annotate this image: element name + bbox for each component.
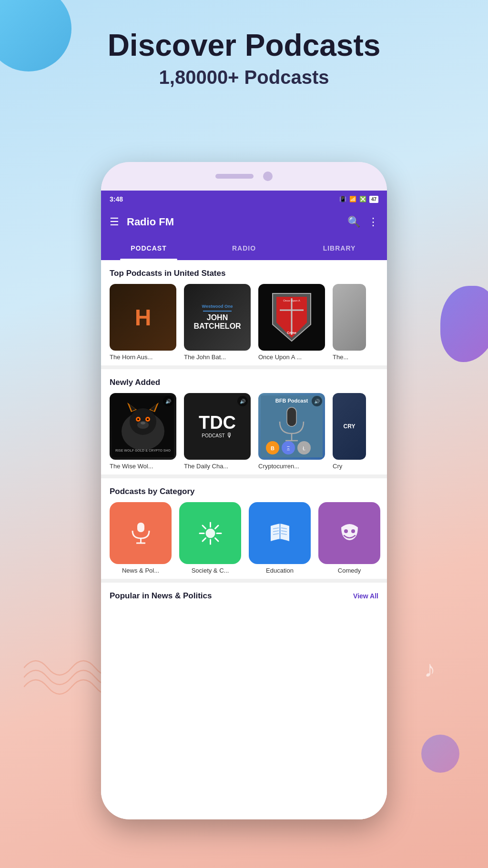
list-item[interactable]: TDC PODCAST 🎙 🔊 The Daily Cha...	[184, 393, 251, 470]
svg-rect-21	[287, 407, 296, 426]
main-content[interactable]: Top Podcasts in United States H The Horn…	[101, 260, 387, 819]
hero-section: Discover Podcasts 1,80000+ Podcasts	[0, 29, 488, 88]
list-item[interactable]: Education	[249, 502, 311, 574]
tab-library[interactable]: LIBRARY	[292, 236, 387, 260]
svg-point-51	[351, 529, 355, 533]
hero-subtitle: 1,80000+ Podcasts	[0, 67, 488, 88]
svg-line-40	[215, 538, 218, 541]
tab-bar: PODCAST RADIO LIBRARY	[101, 236, 387, 260]
podcast-thumb-john: Westwood One JOHNBATCHELOR	[184, 284, 251, 351]
podcast-thumb-cry: CRY	[333, 393, 366, 460]
audio-badge: 🔊	[237, 396, 248, 406]
signal-icon: ❎	[359, 196, 366, 202]
podcast-thumb-partial	[333, 284, 366, 351]
status-time: 3:48	[110, 195, 123, 203]
svg-text:Ξ: Ξ	[287, 446, 290, 451]
category-label: Education	[249, 567, 311, 574]
podcast-thumb-tdc: TDC PODCAST 🎙 🔊	[184, 393, 251, 460]
search-icon[interactable]: 🔍	[347, 216, 360, 228]
podcast-title: The Horn Aus...	[110, 353, 176, 361]
vibrate-icon: 📳	[339, 196, 346, 202]
audio-badge: 🔊	[163, 396, 173, 406]
list-item[interactable]: BFB Podcast B Ξ Ł 🔊 Cryptocurren...	[258, 393, 325, 470]
popular-title: Popular in News & Politics	[110, 591, 212, 601]
battery-indicator: 47	[369, 196, 378, 203]
podcast-thumb-wolf: RISE WOLF GOLD & CRYPTO SHO 🔊	[110, 393, 176, 460]
more-options-icon[interactable]: ⋮	[368, 216, 378, 228]
podcast-title: The Daily Cha...	[184, 463, 251, 470]
audio-badge: 🔊	[312, 396, 322, 406]
category-label: Society & C...	[179, 567, 241, 574]
svg-rect-31	[137, 523, 144, 532]
podcast-thumb-horn: H	[110, 284, 176, 351]
phone-frame: 3:48 📳 📶 ❎ 47 ☰ Radio FM 🔍 ⋮ PODCAST RAD…	[101, 162, 387, 819]
category-icon-news	[110, 502, 172, 564]
menu-icon[interactable]: ☰	[110, 216, 119, 228]
divider	[101, 365, 387, 369]
category-header: Podcasts by Category	[101, 478, 387, 502]
top-podcasts-header: Top Podcasts in United States	[101, 260, 387, 284]
svg-point-50	[344, 529, 348, 533]
list-item[interactable]: The...	[333, 284, 366, 361]
podcast-title: The Wise Wol...	[110, 463, 176, 470]
category-icon-comedy	[318, 502, 380, 564]
decorative-blob-bottom-right	[421, 735, 459, 773]
svg-text:BFB Podcast: BFB Podcast	[275, 398, 308, 404]
divider-2	[101, 474, 387, 478]
status-bar: 3:48 📳 📶 ❎ 47	[101, 191, 387, 208]
hero-title: Discover Podcasts	[0, 29, 488, 62]
podcast-title: Once Upon A ...	[258, 353, 325, 361]
podcast-title: The...	[333, 353, 366, 361]
category-icon-education	[249, 502, 311, 564]
category-label: News & Pol...	[110, 567, 172, 574]
podcast-title: Cryptocurren...	[258, 463, 325, 470]
list-item[interactable]: Westwood One JOHNBATCHELOR The John Bat.…	[184, 284, 251, 361]
category-icon-society	[179, 502, 241, 564]
newly-added-list: RISE WOLF GOLD & CRYPTO SHO 🔊 The Wise W…	[101, 393, 387, 474]
list-item[interactable]: RISE WOLF GOLD & CRYPTO SHO 🔊 The Wise W…	[110, 393, 176, 470]
shield-container: Crime Once Upon A	[258, 284, 325, 351]
svg-line-41	[215, 525, 218, 529]
top-podcasts-list: H The Horn Aus... Westwood One JOHNBATCH…	[101, 284, 387, 365]
tab-podcast[interactable]: PODCAST	[101, 236, 196, 260]
horn-logo: H	[135, 304, 152, 331]
tab-radio[interactable]: RADIO	[196, 236, 292, 260]
podcast-thumb-bfb: BFB Podcast B Ξ Ł 🔊	[258, 393, 325, 460]
music-note-decoration: ♪	[424, 656, 436, 682]
divider-3	[101, 579, 387, 583]
svg-point-18	[141, 422, 145, 424]
app-bar: ☰ Radio FM 🔍 ⋮	[101, 208, 387, 236]
svg-point-15	[137, 418, 139, 420]
list-item[interactable]: H The Horn Aus...	[110, 284, 176, 361]
list-item[interactable]: Comedy	[318, 502, 380, 574]
podcast-title: Cry	[333, 463, 366, 470]
svg-text:Once Upon A: Once Upon A	[283, 299, 300, 302]
svg-text:Ł: Ł	[303, 446, 305, 451]
list-item[interactable]: Crime Once Upon A Once Upon A ...	[258, 284, 325, 361]
svg-line-42	[203, 538, 206, 541]
svg-point-34	[205, 528, 215, 538]
category-list: News & Pol...	[101, 502, 387, 579]
svg-point-16	[147, 418, 149, 420]
popular-header: Popular in News & Politics View All	[101, 583, 387, 605]
status-icons: 📳 📶 ❎ 47	[339, 196, 378, 203]
list-item[interactable]: News & Pol...	[110, 502, 172, 574]
app-title: Radio FM	[127, 216, 340, 228]
svg-line-39	[203, 525, 206, 529]
svg-text:RISE WOLF GOLD & CRYPTO SHO: RISE WOLF GOLD & CRYPTO SHO	[115, 449, 171, 452]
phone-notch	[101, 162, 387, 191]
svg-text:B: B	[271, 445, 274, 451]
phone-camera	[263, 172, 273, 181]
podcast-title: The John Bat...	[184, 353, 251, 361]
wifi-icon: 📶	[349, 196, 356, 202]
decorative-blob-right	[440, 286, 488, 362]
podcast-thumb-crime: Crime Once Upon A	[258, 284, 325, 351]
view-all-link[interactable]: View All	[353, 592, 378, 600]
newly-added-header: Newly Added	[101, 369, 387, 393]
category-label: Comedy	[318, 567, 380, 574]
app-screen: 3:48 📳 📶 ❎ 47 ☰ Radio FM 🔍 ⋮ PODCAST RAD…	[101, 191, 387, 819]
list-item[interactable]: CRY Cry	[333, 393, 366, 470]
list-item[interactable]: Society & C...	[179, 502, 241, 574]
phone-speaker	[215, 174, 254, 179]
svg-text:Crime: Crime	[287, 331, 296, 334]
